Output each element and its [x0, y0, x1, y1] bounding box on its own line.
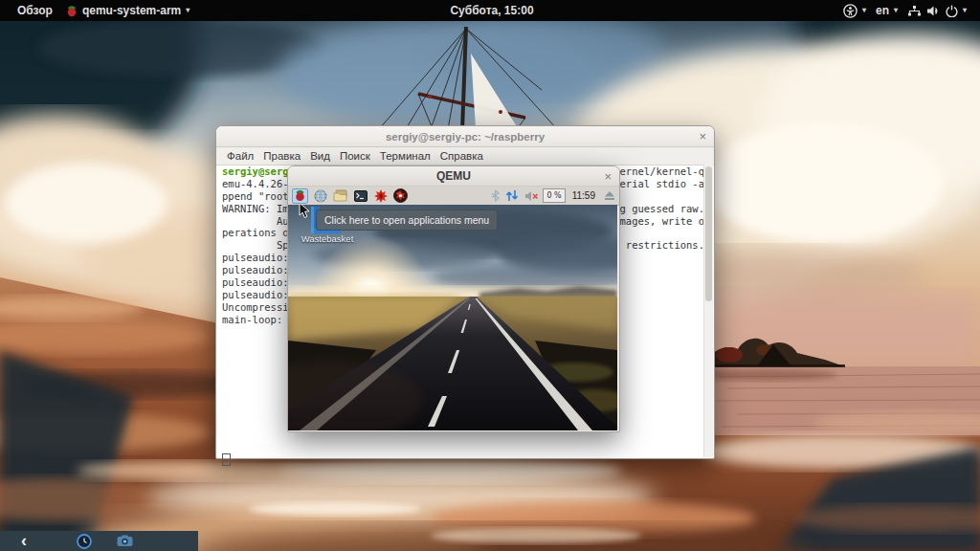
- network-traffic-icon[interactable]: [505, 189, 519, 202]
- scrollbar-thumb[interactable]: [705, 166, 712, 301]
- globe-icon: [314, 189, 327, 203]
- file-manager-button[interactable]: [332, 188, 348, 204]
- qemu-window: QEMU ×: [287, 165, 620, 432]
- wolfram-icon: [393, 188, 408, 203]
- keyboard-layout-menu[interactable]: en ▾: [876, 4, 898, 17]
- language-label: en: [876, 4, 889, 17]
- chevron-down-icon: ▾: [963, 7, 967, 14]
- cpu-monitor[interactable]: 0 %: [543, 188, 565, 203]
- power-icon: [946, 5, 958, 17]
- volume-icon: [926, 5, 941, 17]
- panel-clock[interactable]: 11:59: [572, 190, 595, 201]
- camera-icon[interactable]: [117, 535, 133, 547]
- network-icon: [907, 5, 922, 17]
- volume-muted-icon[interactable]: [524, 190, 539, 202]
- terminal-menu-item[interactable]: Справка: [435, 150, 488, 162]
- terminal-icon: [354, 190, 368, 202]
- chevron-down-icon: ▾: [894, 7, 898, 14]
- menu-tooltip: Click here to open applications menu: [316, 209, 498, 231]
- eject-icon[interactable]: [604, 190, 615, 201]
- terminal-menu-item[interactable]: Вид: [305, 150, 335, 162]
- desktop: Обзор qemu-system-arm ▾ Суббота, 15:00: [0, 0, 980, 551]
- app-menu-button[interactable]: qemu-system-arm ▾: [66, 4, 189, 17]
- terminal-menu-item[interactable]: Файл: [222, 150, 258, 162]
- guest-desktop[interactable]: Wastebasket Click here to open applicati…: [288, 205, 617, 430]
- mouse-cursor: [299, 205, 310, 219]
- qemu-titlebar[interactable]: QEMU ×: [288, 166, 619, 187]
- terminal-scrollbar[interactable]: [703, 165, 713, 457]
- close-button[interactable]: ×: [699, 126, 706, 146]
- terminal-menu-item[interactable]: Правка: [258, 150, 305, 162]
- app-menu-label: qemu-system-arm: [82, 4, 181, 17]
- terminal-window-title: sergiy@sergiy-pc: ~/raspberry: [386, 131, 545, 143]
- bluetooth-icon[interactable]: [491, 189, 500, 202]
- clock-menu[interactable]: Суббота, 15:00: [450, 4, 533, 17]
- system-status-menu[interactable]: ▾: [907, 5, 967, 17]
- terminal-launcher-button[interactable]: [352, 188, 368, 204]
- terminal-menu-item[interactable]: Терминал: [375, 150, 435, 162]
- gnome-top-bar: Обзор qemu-system-arm ▾ Суббота, 15:00: [0, 0, 980, 21]
- mathematica-icon: [374, 189, 388, 203]
- folder-icon: [333, 189, 347, 202]
- qemu-window-title: QEMU: [436, 169, 471, 183]
- mathematica-button[interactable]: [372, 188, 389, 204]
- raspbian-panel: 0 % 11:59: [288, 187, 619, 206]
- raspberry-app-icon: [66, 5, 78, 17]
- wastebasket-label: Wastebasket: [290, 233, 365, 244]
- close-button[interactable]: ×: [604, 166, 612, 186]
- web-browser-button[interactable]: [312, 188, 328, 204]
- terminal-menubar: ФайлПравкаВидПоискТерминалСправка: [216, 147, 714, 165]
- wolfram-button[interactable]: [392, 188, 409, 204]
- player-overlay-controls: ‹: [0, 531, 198, 551]
- accessibility-icon: [843, 4, 858, 18]
- back-chevron-icon[interactable]: ‹: [21, 532, 27, 549]
- terminal-cursor: [222, 453, 231, 466]
- accessibility-menu[interactable]: ▾: [843, 4, 866, 18]
- clock-label: Суббота, 15:00: [450, 4, 533, 17]
- terminal-menu-item[interactable]: Поиск: [335, 150, 375, 162]
- activities-label: Обзор: [17, 4, 53, 17]
- clock-circle-icon[interactable]: [77, 534, 92, 549]
- applications-menu-button[interactable]: [292, 188, 308, 204]
- terminal-titlebar[interactable]: sergiy@sergiy-pc: ~/raspberry ×: [216, 126, 714, 147]
- chevron-down-icon: ▾: [186, 7, 189, 14]
- raspberry-menu-icon: [294, 189, 306, 202]
- activities-button[interactable]: Обзор: [17, 4, 53, 17]
- chevron-down-icon: ▾: [862, 7, 866, 14]
